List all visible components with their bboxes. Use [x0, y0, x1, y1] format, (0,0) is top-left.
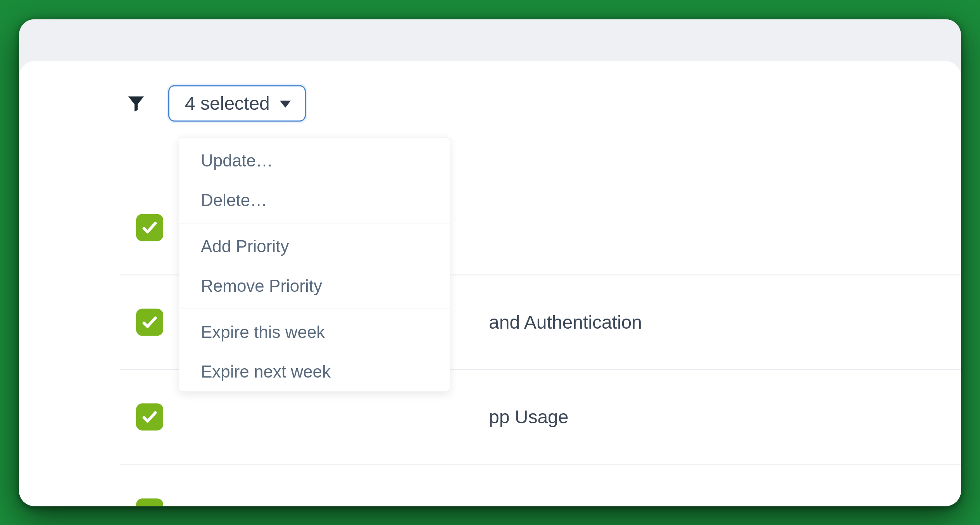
dropdown-item-remove-priority[interactable]: Remove Priority [179, 266, 450, 305]
list-item-label: and Authentication [489, 312, 642, 333]
checkbox-checked[interactable] [136, 498, 163, 506]
dropdown-item-add-priority[interactable]: Add Priority [179, 226, 450, 266]
dropdown-separator [179, 308, 450, 309]
checkbox-checked[interactable] [136, 403, 163, 430]
chevron-down-icon [280, 100, 291, 107]
dropdown-item-expire-next-week[interactable]: Expire next week [179, 352, 450, 391]
window-frame: 4 selected and Authentication [19, 19, 961, 506]
dropdown-item-delete[interactable]: Delete… [179, 180, 450, 220]
checkbox-checked[interactable] [136, 308, 163, 336]
dropdown-item-update[interactable]: Update… [179, 140, 450, 180]
filter-icon[interactable] [126, 93, 147, 114]
bulk-actions-dropdown: Update… Delete… Add Priority Remove Prio… [179, 137, 450, 392]
checkbox-checked[interactable] [136, 214, 163, 241]
toolbar: 4 selected [126, 85, 306, 122]
dropdown-item-expire-this-week[interactable]: Expire this week [179, 312, 450, 352]
dropdown-separator [179, 223, 450, 223]
content-card: 4 selected and Authentication [19, 61, 961, 506]
list-item-label: pp Usage [489, 406, 568, 428]
list-item[interactable] [120, 464, 961, 506]
selection-dropdown-button[interactable]: 4 selected [168, 85, 306, 122]
selection-count-label: 4 selected [185, 93, 270, 114]
